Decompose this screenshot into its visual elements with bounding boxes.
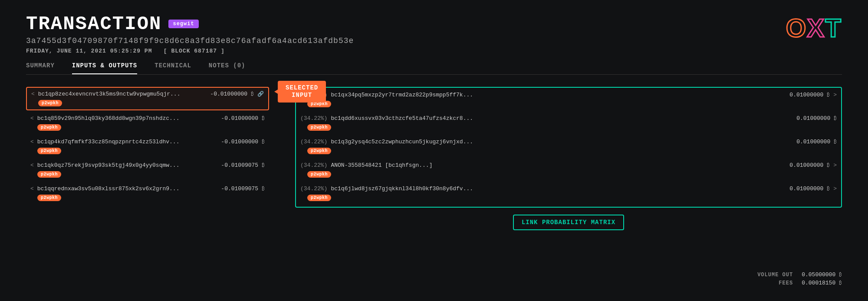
output-pct-2: (34.22%) [300,115,327,122]
input-amount-1: -0.01000000 ₿ [210,91,254,97]
tab-technical[interactable]: TECHNICAL [155,62,191,74]
input-row-2[interactable]: < bc1q859v29n95hlq03ky368dd8wgn39p7nshdz… [26,112,269,134]
oxt-x: X [807,13,825,43]
input-amount-5: -0.01009075 ₿ [221,185,265,192]
header-left: TRANSACTION segwit 3a7455d3f04709870f714… [26,13,354,54]
fees-value: 0.00018150 ₿ [802,280,842,286]
output-pct-5: (34.22%) [300,185,327,192]
input-row-3[interactable]: < bc1qp4kd7qfmfkf33cz85nqpzpnrtc4zz53ldh… [26,136,269,157]
output-nav-arrow-1: > [833,92,837,98]
output-badge-row-5: p2wpkh [300,193,837,201]
oxt-o: O [786,13,807,43]
input-badge-4: p2wpkh [37,171,61,178]
input-arrow-3: < [30,139,34,145]
oxt-logo: OXT [786,13,842,43]
output-row-4[interactable]: (34.22%) ANON-3558548421 [bc1qhfsgn...] … [296,159,841,181]
output-nav-arrow-4: > [833,162,837,169]
input-address-3[interactable]: bc1qp4kd7qfmfkf33cz85nqpzpnrtc4zz53ldhv.… [37,139,214,145]
input-amount-4: -0.01009075 ₿ [221,162,265,169]
input-badge-2: p2wpkh [37,124,61,131]
output-address-4[interactable]: ANON-3558548421 [bc1qhfsgn...] [331,162,783,169]
output-address-5[interactable]: bc1q6jlwd8jsz67gjqkknl34l8h0kf30n8y6dfv.… [331,185,783,192]
outputs-column: (34.22%) bc1qx34pq5mxzp2yr7trmd2az822p9s… [269,87,842,215]
main-content: < bc1qp8zec4xevncnvt3k5ms9nctw9vpwgmu5qj… [26,87,842,215]
page-container: TRANSACTION segwit 3a7455d3f04709870f714… [0,0,868,301]
output-badge-3: p2wpkh [307,148,331,154]
input-badge-row-4: p2wpkh [30,170,265,178]
output-amount-5: 0.01000000 ₿ [789,185,830,192]
oxt-t: T [825,13,842,43]
output-amount-4: 0.01000000 ₿ [789,162,830,169]
input-amount-3: -0.01000000 ₿ [221,139,265,145]
input-arrow-2: < [30,115,34,122]
volume-stat: VOLUME OUT 0.05000000 ₿ [757,271,842,278]
output-badge-row-1: p2wpkh [300,99,837,107]
output-amount-1: 0.01000000 ₿ [789,92,830,98]
input-badge-row-2: p2wpkh [30,123,265,131]
output-amount-3: 0.01000000 ₿ [796,139,837,145]
tx-date: FRIDAY, JUNE 11, 2021 05:25:29 PM [ BLOC… [26,48,354,54]
input-badge-5: p2wpkh [37,195,61,201]
volume-value: 0.05000000 ₿ [802,271,842,278]
tab-summary[interactable]: SUMMARY [26,62,55,74]
input-address-4[interactable]: bc1qk0qz75rekj9svp93sk5tgj49x0g4yy0sqmw.… [37,162,214,169]
block-tag[interactable]: [ BLOCK 687187 ] [164,48,225,54]
output-address-1[interactable]: bc1qx34pq5mxzp2yr7trmd2az822p9smpp5ff7k.… [331,92,783,98]
tabs: SUMMARY INPUTS & OUTPUTS TECHNICAL NOTES… [26,62,842,75]
volume-label: VOLUME OUT [757,272,793,278]
output-badge-2: p2wpkh [307,124,331,131]
lpm-box: (34.22%) bc1qx34pq5mxzp2yr7trmd2az822p9s… [295,87,842,208]
lpm-label: LINK PROBABILITY MATRIX [513,215,624,230]
output-badge-4: p2wpkh [307,171,331,178]
inputs-column: < bc1qp8zec4xevncnvt3k5ms9nctw9vpwgmu5qj… [26,87,269,215]
footer-stats: VOLUME OUT 0.05000000 ₿ FEES 0.00018150 … [757,271,842,288]
input-row-4[interactable]: < bc1qk0qz75rekj9svp93sk5tgj49x0g4yy0sqm… [26,159,269,181]
output-badge-row-2: p2wpkh [300,123,837,131]
output-row-1[interactable]: (34.22%) bc1qx34pq5mxzp2yr7trmd2az822p9s… [296,89,841,110]
page-title: TRANSACTION [26,13,161,35]
header: TRANSACTION segwit 3a7455d3f04709870f714… [26,13,842,54]
output-row-2[interactable]: (34.22%) bc1qdd6xussvx03v3cthzcfe5ta47uf… [296,112,841,134]
input-badge-1: p2wpkh [38,100,62,106]
input-address-2[interactable]: bc1q859v29n95hlq03ky368dd8wgn39p7nshdzc.… [37,115,214,122]
output-badge-row-4: p2wpkh [300,170,837,178]
input-address-5[interactable]: bc1qqrednxaw3sv5u08xlssr875xk2sv6x2grn9.… [37,185,214,192]
tab-notes[interactable]: NOTES (0) [209,62,246,74]
input-badge-row-5: p2wpkh [30,193,265,201]
input-address-1[interactable]: bc1qp8zec4xevncnvt3k5ms9nctw9vpwgmu5qjr.… [38,91,204,97]
fees-label: FEES [779,280,793,286]
output-amount-2: 0.01000000 ₿ [796,115,837,122]
segwit-badge: segwit [168,20,198,28]
output-pct-3: (34.22%) [300,139,327,145]
tx-hash[interactable]: 3a7455d3f04709870f7148f9f9c8d6c8a3fd83e8… [26,36,354,45]
input-arrow-4: < [30,162,34,169]
input-amount-2: -0.01000000 ₿ [221,115,265,122]
output-nav-arrow-5: > [833,185,837,192]
title-row: TRANSACTION segwit [26,13,354,35]
input-arrow-1: < [31,91,35,97]
output-badge-5: p2wpkh [307,195,331,201]
input-arrow-5: < [30,185,34,192]
input-badge-3: p2wpkh [37,148,61,154]
output-row-5[interactable]: (34.22%) bc1q6jlwd8jsz67gjqkknl34l8h0kf3… [296,182,841,204]
output-badge-row-3: p2wpkh [300,146,837,154]
input-badge-row-3: p2wpkh [30,146,265,154]
output-address-3[interactable]: bc1q3g2ysq4c5zc2zwphuzhcun5jkugzj6vnjxd.… [331,139,789,145]
output-address-2[interactable]: bc1qdd6xussvx03v3cthzcfe5ta47ufzs4zkcr8.… [331,115,789,122]
output-pct-4: (34.22%) [300,162,327,169]
link-icon-1: 🔗 [257,91,264,97]
fees-stat: FEES 0.00018150 ₿ [757,280,842,286]
tab-inputs-outputs[interactable]: INPUTS & OUTPUTS [72,62,137,74]
output-row-3[interactable]: (34.22%) bc1q3g2ysq4c5zc2zwphuzhcun5jkug… [296,136,841,157]
input-row-1[interactable]: < bc1qp8zec4xevncnvt3k5ms9nctw9vpwgmu5qj… [26,87,269,110]
input-badge-row-1: p2wpkh [31,99,264,106]
input-row-5[interactable]: < bc1qqrednxaw3sv5u08xlssr875xk2sv6x2grn… [26,182,269,204]
